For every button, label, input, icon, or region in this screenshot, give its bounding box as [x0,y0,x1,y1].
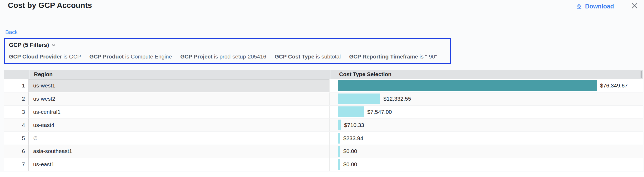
region-cell[interactable]: us-central1 [29,106,330,119]
region-cell[interactable]: ∅ [29,132,330,145]
scrollbar-thumb[interactable] [641,71,642,78]
cost-value-label: $76,349.67 [600,82,628,89]
download-label: Download [585,3,614,10]
table-row[interactable]: 5∅$233.94 [4,132,643,145]
filter-predicate: is Compute Engine [125,53,172,60]
cost-bar [338,94,380,104]
cost-bar [338,133,340,144]
table-row[interactable]: 4us-east4$710.33 [4,119,643,132]
region-cell[interactable]: us-east4 [29,119,330,131]
filter-field: GCP Project [180,53,212,60]
row-number: 5 [4,132,29,145]
filter-field: GCP Cost Type [275,53,314,60]
row-number: 2 [4,92,29,105]
table-row[interactable]: 6asia-southeast1$0.00 [4,145,643,158]
cost-bar-cell: $7,547.00 [330,106,643,119]
row-number: 3 [4,106,29,119]
row-number: 1 [4,79,29,92]
cost-table: Region Cost Type Selection 1us-west1$76,… [4,70,643,79]
filter-condition: GCP Reporting Timeframe is "-90" [349,53,437,60]
filter-field: GCP Reporting Timeframe [349,53,418,60]
cost-value-label: $0.00 [343,161,357,168]
cost-value-label: $710.33 [344,122,364,128]
row-number: 7 [4,158,29,171]
cost-value-label: $0.00 [343,148,357,154]
table-bottom-edge [0,172,644,177]
filter-summary-label: GCP (5 Filters) [9,42,49,48]
cost-bar-cell: $76,349.67 [330,79,643,92]
table-row[interactable]: 2us-west2$12,332.55 [4,92,643,106]
filter-predicate: is subtotal [316,53,341,60]
table-row[interactable]: 1us-west1$76,349.67 [4,79,643,92]
row-number: 4 [4,119,29,131]
header-row-number [4,70,29,79]
filter-box: GCP (5 Filters) GCP Cloud Provider is GC… [4,38,451,64]
cost-bar [338,159,340,170]
cost-bar [338,106,364,117]
filter-field: GCP Cloud Provider [9,53,62,60]
cost-value-label: $7,547.00 [367,109,392,115]
cost-bar [338,120,341,130]
filter-condition: GCP Product is Compute Engine [89,53,172,60]
cost-bar [338,146,340,157]
cost-value-label: $233.94 [343,135,363,141]
cost-bar-cell: $12,332.55 [330,92,643,105]
region-cell[interactable]: us-west2 [29,92,330,105]
region-cell[interactable]: asia-southeast1 [29,145,330,158]
region-cell[interactable]: us-west1 [29,79,330,92]
download-button[interactable]: Download [576,3,614,10]
filter-dropdown[interactable]: GCP (5 Filters) [9,42,56,48]
back-link[interactable]: Back [5,29,18,35]
cost-bar-cell: $233.94 [330,132,643,145]
close-icon[interactable] [631,2,638,9]
filter-conditions: GCP Cloud Provider is GCPGCP Product is … [9,53,437,60]
cost-bar-cell: $0.00 [330,145,643,158]
chevron-down-icon [51,43,56,47]
cost-bar-cell: $710.33 [330,119,643,131]
filter-condition: GCP Project is prod-setup-205416 [180,53,266,60]
filter-predicate: is GCP [63,53,81,60]
download-icon [576,3,582,10]
filter-predicate: is prod-setup-205416 [214,53,266,60]
cost-bar-cell: $0.00 [330,158,643,171]
page-title: Cost by GCP Accounts [8,1,92,10]
filter-condition: GCP Cloud Provider is GCP [9,53,81,60]
header-cost-type-selection[interactable]: Cost Type Selection [330,70,643,79]
filter-field: GCP Product [89,53,124,60]
cost-bar [338,80,597,91]
table-header: Region Cost Type Selection [4,70,643,79]
cost-value-label: $12,332.55 [384,96,411,102]
filter-predicate: is "-90" [420,53,437,60]
region-cell[interactable]: us-east1 [29,158,330,171]
table-body: 1us-west1$76,349.672us-west2$12,332.553u… [4,79,643,171]
filter-condition: GCP Cost Type is subtotal [275,53,341,60]
table-row[interactable]: 3us-central1$7,547.00 [4,106,643,119]
row-number: 6 [4,145,29,158]
table-row[interactable]: 7us-east1$0.00 [4,158,643,171]
header-region[interactable]: Region [29,70,330,79]
